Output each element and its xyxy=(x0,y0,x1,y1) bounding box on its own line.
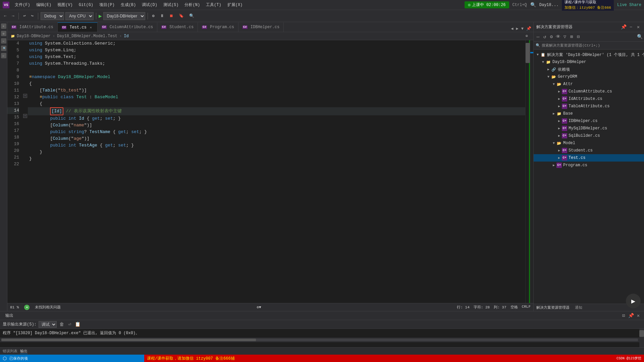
tree-idbhelper[interactable]: ▶ C= IDBHelper.cs xyxy=(534,117,644,125)
tab-student[interactable]: C# Student.cs xyxy=(157,22,198,32)
tree-tableattribute[interactable]: ▶ C= TableAttribute.cs xyxy=(534,103,644,110)
bookmark-btn[interactable]: 🔖 xyxy=(177,13,186,19)
expand-attr[interactable]: ▼ xyxy=(551,81,556,87)
se-refresh-btn[interactable]: ↺ xyxy=(542,34,548,40)
output-copy-btn[interactable]: 📋 xyxy=(75,321,81,327)
zoom-level[interactable]: 81 % xyxy=(10,305,19,309)
tree-test-cs[interactable]: ▶ C= Test.cs xyxy=(534,154,644,162)
expand-deps[interactable]: ▶ xyxy=(546,67,551,72)
tab-nav-left[interactable]: ◀ xyxy=(510,25,514,32)
expand-tableattribute[interactable]: ▶ xyxy=(556,104,562,109)
breadcrumb-options[interactable]: ⊕ xyxy=(525,33,529,39)
expand-base[interactable]: ▶ xyxy=(551,111,556,116)
menu-project[interactable]: 项目(P) xyxy=(97,1,117,8)
se-bottom-tab-explorer[interactable]: 解决方案资源管理器 xyxy=(536,305,570,310)
live-share-btn[interactable]: Live Share xyxy=(617,3,641,7)
collapse-namespace[interactable]: − xyxy=(23,94,27,98)
tab-close-test[interactable]: ✕ xyxy=(89,25,93,30)
output-source-dropdown[interactable]: 调试 xyxy=(39,321,57,328)
tree-deps[interactable]: ▶ 🔗 依赖项 xyxy=(534,66,644,73)
expand-gerryorm[interactable]: ▼ xyxy=(546,74,551,79)
tab-idattribute[interactable]: C# IdAttribute.cs xyxy=(7,22,58,32)
output-panel-pin[interactable]: 📌 xyxy=(628,313,634,319)
panel-close-btn[interactable]: ✕ xyxy=(635,24,641,30)
tab-error-list[interactable]: 错误列表 xyxy=(3,349,17,354)
expand-mysqldbhelper[interactable]: ▶ xyxy=(556,126,562,131)
se-collapse-btn[interactable]: ⊞ xyxy=(569,34,575,40)
scrollbar-thumb[interactable] xyxy=(526,43,530,63)
debug-config-dropdown[interactable]: Debug xyxy=(41,12,64,20)
output-clear-btn[interactable]: 🗑 xyxy=(59,321,65,327)
redo-btn[interactable]: ↪ xyxy=(29,13,36,19)
output-wrap-btn[interactable]: ⏎ xyxy=(67,321,73,327)
tree-base-folder[interactable]: ▶ 📁 Base xyxy=(534,110,644,117)
expand-student[interactable]: ▶ xyxy=(556,148,562,153)
tree-gerryorm[interactable]: ▼ 📂 GerryORM xyxy=(534,73,644,80)
menu-extensions[interactable]: 扩展(X) xyxy=(225,1,246,8)
se-filter-btn[interactable]: ▽ xyxy=(562,34,568,40)
menu-debug[interactable]: 调试(D) xyxy=(139,1,160,8)
pause-btn[interactable]: ⏸ xyxy=(158,13,166,19)
back-btn[interactable]: ← xyxy=(2,13,8,19)
code-editor[interactable]: 4 5 6 7 8 9 10 11 12 13 14 15 16 17 18 1… xyxy=(7,40,533,303)
tab-program[interactable]: C# Program.cs xyxy=(198,22,238,32)
forward-btn[interactable]: → xyxy=(10,13,16,19)
tree-program[interactable]: ▶ C= Program.cs xyxy=(534,162,644,169)
tree-model-folder[interactable]: ▼ 📂 Model xyxy=(534,139,644,147)
stop-btn[interactable]: ⏹ xyxy=(167,13,175,19)
expand-sqlbuilder[interactable]: ▶ xyxy=(556,133,562,138)
panel-minimize-btn[interactable]: − xyxy=(628,24,634,30)
tab-nav-right[interactable]: ▶ xyxy=(516,25,519,32)
tab-columnattribute[interactable]: C# ColumnAttribute.cs xyxy=(98,22,157,32)
code-content[interactable]: using System.Collections.Generic; using … xyxy=(28,40,525,303)
tab-test[interactable]: C# Test.cs ✕ xyxy=(58,22,98,32)
tab-idbhelper[interactable]: C# IDBHelper.cs xyxy=(238,22,284,32)
expand-idbhelper[interactable]: ▶ xyxy=(556,118,562,124)
gutter-icon-5[interactable]: ▷ xyxy=(1,53,6,58)
tree-sqlbuilder[interactable]: ▶ C= SqlBuilder.cs xyxy=(534,132,644,139)
menu-build[interactable]: 生成(B) xyxy=(118,1,139,8)
tree-project[interactable]: ▼ 📁 Day18-DBHelper xyxy=(534,58,644,66)
expand-program[interactable]: ▶ xyxy=(551,163,556,168)
output-scroll-thumb[interactable] xyxy=(639,330,644,337)
expand-solution[interactable]: ▼ xyxy=(535,52,540,57)
tree-solution-root[interactable]: ▼ 📋 解决方案 'Day18-DBHelper' (1 个项目, 共 1 个) xyxy=(534,51,644,58)
expand-idattribute[interactable]: ▶ xyxy=(556,96,562,102)
status-settings[interactable]: ⚙▼ xyxy=(257,305,261,309)
tree-attr-folder[interactable]: ▼ 📂 Attr xyxy=(534,80,644,88)
menu-git[interactable]: Git(G) xyxy=(76,2,96,8)
menu-edit[interactable]: 编辑(E) xyxy=(34,1,54,8)
tab-output[interactable]: 输出 xyxy=(20,349,28,354)
se-search-btn[interactable]: 🔍 xyxy=(637,34,643,40)
vertical-scrollbar[interactable] xyxy=(525,40,530,303)
menu-file[interactable]: 文件(F) xyxy=(12,1,33,8)
global-search-icon[interactable]: 🔍 xyxy=(530,2,536,8)
collapse-class[interactable]: − xyxy=(23,114,27,118)
run-btn[interactable]: ▶ xyxy=(99,13,102,19)
project-dropdown[interactable]: Day18-DBHelper xyxy=(103,12,145,20)
find-btn[interactable]: 🔍 xyxy=(187,13,196,19)
expand-test-cs[interactable]: ▶ xyxy=(556,155,562,161)
gutter-icon-4[interactable]: 🔎 xyxy=(1,46,6,51)
pin-btn[interactable]: 📌 xyxy=(526,25,532,32)
menu-view[interactable]: 视图(V) xyxy=(55,1,75,8)
output-panel-close[interactable]: ✕ xyxy=(635,313,641,319)
se-properties-btn[interactable]: ⚙ xyxy=(548,34,554,40)
se-expand-btn[interactable]: ⊟ xyxy=(575,34,581,40)
gutter-icon-2[interactable]: ⚙ xyxy=(1,31,6,36)
gutter-icon-3[interactable]: ✏ xyxy=(1,38,6,44)
attach-btn[interactable]: ⚙ xyxy=(150,13,157,19)
expand-project[interactable]: ▼ xyxy=(540,59,546,65)
se-preview-btn[interactable]: 👁 xyxy=(555,34,561,40)
output-bottom-scroll[interactable] xyxy=(0,338,639,342)
tree-student[interactable]: ▶ C= Student.cs xyxy=(534,147,644,154)
tab-dropdown[interactable]: ▼ xyxy=(521,26,524,32)
menu-tools[interactable]: 工具(T) xyxy=(203,1,224,8)
menu-analyze[interactable]: 分析(N) xyxy=(182,1,203,8)
platform-dropdown[interactable]: Any CPU xyxy=(65,12,94,20)
se-bottom-tab-notifications[interactable]: 通知 xyxy=(575,305,582,310)
output-panel-float[interactable]: ⊡ xyxy=(621,313,627,319)
panel-pin-btn[interactable]: 📌 xyxy=(621,24,627,30)
tree-mysqldbhelper[interactable]: ▶ C= MySqlDBHelper.cs xyxy=(534,125,644,132)
floating-video-btn[interactable]: ▶ xyxy=(626,294,641,308)
